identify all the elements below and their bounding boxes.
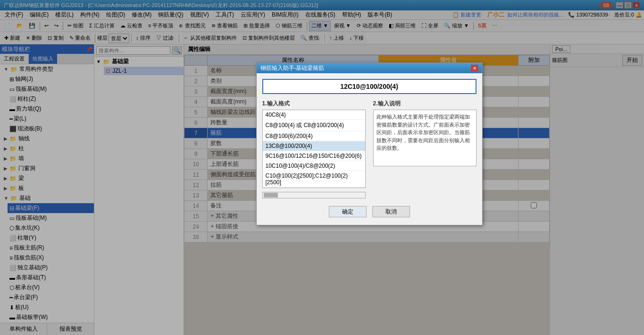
desc-section: 2.输入说明 此种输入格式主要用于处理指定梁两端加密箍筋数量的设计方式。广前面表… bbox=[373, 100, 477, 198]
format-list: 40C8(4) C8@100(4) 或 C8@100/200(4) C8@100… bbox=[262, 110, 366, 188]
dialog-body: 1.输入格式 40C8(4) C8@100(4) 或 C8@100/200(4)… bbox=[257, 73, 482, 225]
scrollbar-thumb[interactable] bbox=[264, 193, 278, 198]
rebar-input-field[interactable] bbox=[262, 79, 477, 94]
cancel-btn[interactable]: 取消 bbox=[372, 206, 410, 217]
confirm-btn[interactable]: 确定 bbox=[329, 206, 367, 217]
format-item-5[interactable]: 9C16@100/12C16@150/C16@200(6) bbox=[263, 151, 365, 161]
format-item-4[interactable]: 13C8@100/200(4) bbox=[263, 141, 365, 151]
format-item-1[interactable]: 40C8(4) bbox=[263, 110, 365, 120]
desc-section-title: 2.输入说明 bbox=[373, 100, 477, 108]
format-item-6[interactable]: 10C10@100(4)/C8@200(2) bbox=[263, 161, 365, 171]
format-item-7[interactable]: C10@100(2)[2500];C12@100(2)[2500] bbox=[263, 171, 365, 188]
desc-text: 此种输入格式主要用于处理指定梁两端加密箍筋数量的设计方式。广前面表示加密区间距，… bbox=[376, 113, 473, 152]
desc-content: 此种输入格式主要用于处理指定梁两端加密箍筋数量的设计方式。广前面表示加密区间距，… bbox=[373, 110, 477, 166]
scrollbar[interactable] bbox=[262, 192, 366, 198]
dialog-footer: 确定 取消 bbox=[262, 204, 477, 219]
dialog-sections: 1.输入格式 40C8(4) C8@100(4) 或 C8@100/200(4)… bbox=[262, 100, 477, 198]
dialog-title: 钢筋输入助手-基础梁箍筋 bbox=[260, 64, 325, 72]
dialog-overlay: 钢筋输入助手-基础梁箍筋 ✕ 1.输入格式 40C8(4) C8@100(4) … bbox=[0, 0, 644, 335]
format-item-3[interactable]: C8@100(6)/200(4) bbox=[263, 131, 365, 141]
dialog-close-btn[interactable]: ✕ bbox=[471, 65, 478, 71]
dialog-title-bar: 钢筋输入助手-基础梁箍筋 ✕ bbox=[257, 63, 482, 73]
format-item-2[interactable]: C8@100(4) 或 C8@100/200(4) bbox=[263, 120, 365, 131]
rebar-input-dialog: 钢筋输入助手-基础梁箍筋 ✕ 1.输入格式 40C8(4) C8@100(4) … bbox=[256, 62, 483, 225]
format-section: 1.输入格式 40C8(4) C8@100(4) 或 C8@100/200(4)… bbox=[262, 100, 366, 198]
format-section-title: 1.输入格式 bbox=[262, 100, 366, 108]
